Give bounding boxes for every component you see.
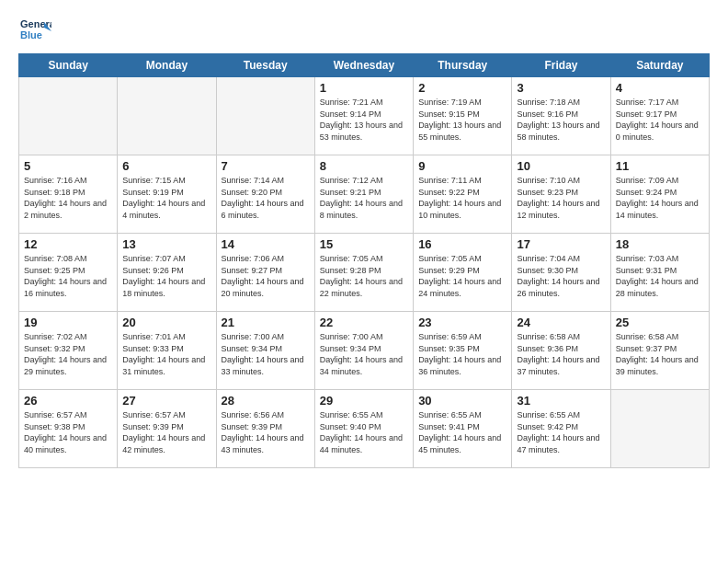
cell-content: Sunrise: 7:00 AMSunset: 9:34 PMDaylight:… (222, 331, 310, 377)
cell-content: Sunrise: 7:21 AMSunset: 9:14 PMDaylight:… (320, 97, 408, 143)
calendar-cell (216, 77, 314, 155)
svg-text:Blue: Blue (20, 29, 42, 40)
calendar-cell: 23Sunrise: 6:59 AMSunset: 9:35 PMDayligh… (414, 312, 512, 390)
cell-content: Sunrise: 7:03 AMSunset: 9:31 PMDaylight:… (616, 253, 704, 299)
weekday-header: Wednesday (314, 54, 413, 77)
cell-content: Sunrise: 7:04 AMSunset: 9:30 PMDaylight:… (517, 253, 605, 299)
cell-content: Sunrise: 7:14 AMSunset: 9:20 PMDaylight:… (222, 175, 310, 221)
day-number: 22 (320, 316, 408, 329)
cell-content: Sunrise: 6:57 AMSunset: 9:39 PMDaylight:… (122, 409, 210, 455)
weekday-header: Saturday (610, 54, 709, 77)
day-number: 5 (24, 159, 112, 173)
day-number: 3 (517, 81, 605, 95)
calendar-cell: 31Sunrise: 6:55 AMSunset: 9:42 PMDayligh… (512, 390, 610, 468)
day-number: 25 (616, 316, 704, 329)
cell-content: Sunrise: 7:05 AMSunset: 9:29 PMDaylight:… (418, 253, 506, 299)
calendar-cell (118, 77, 216, 155)
day-number: 2 (418, 81, 506, 95)
calendar-table: SundayMondayTuesdayWednesdayThursdayFrid… (18, 53, 710, 468)
calendar-cell: 7Sunrise: 7:14 AMSunset: 9:20 PMDaylight… (216, 155, 314, 234)
calendar-cell: 5Sunrise: 7:16 AMSunset: 9:18 PMDaylight… (19, 155, 118, 234)
weekday-header-row: SundayMondayTuesdayWednesdayThursdayFrid… (19, 54, 710, 77)
calendar-cell: 28Sunrise: 6:56 AMSunset: 9:39 PMDayligh… (216, 390, 314, 468)
day-number: 6 (122, 159, 210, 173)
calendar-cell: 24Sunrise: 6:58 AMSunset: 9:36 PMDayligh… (512, 312, 610, 390)
weekday-header: Monday (118, 54, 216, 77)
calendar-cell: 15Sunrise: 7:05 AMSunset: 9:28 PMDayligh… (314, 234, 413, 312)
cell-content: Sunrise: 7:00 AMSunset: 9:34 PMDaylight:… (320, 331, 408, 377)
day-number: 9 (418, 159, 506, 173)
day-number: 13 (122, 237, 210, 251)
calendar-cell: 16Sunrise: 7:05 AMSunset: 9:29 PMDayligh… (414, 234, 512, 312)
cell-content: Sunrise: 7:02 AMSunset: 9:32 PMDaylight:… (24, 331, 112, 377)
calendar-cell: 3Sunrise: 7:18 AMSunset: 9:16 PMDaylight… (512, 77, 610, 155)
calendar-cell: 9Sunrise: 7:11 AMSunset: 9:22 PMDaylight… (414, 155, 512, 234)
calendar-cell (610, 390, 709, 468)
day-number: 10 (517, 159, 605, 173)
day-number: 21 (222, 316, 310, 329)
cell-content: Sunrise: 6:55 AMSunset: 9:41 PMDaylight:… (418, 409, 506, 455)
weekday-header: Sunday (19, 54, 118, 77)
day-number: 14 (222, 237, 310, 251)
cell-content: Sunrise: 7:07 AMSunset: 9:26 PMDaylight:… (122, 253, 210, 299)
day-number: 1 (320, 81, 408, 95)
cell-content: Sunrise: 7:17 AMSunset: 9:17 PMDaylight:… (616, 97, 704, 143)
cell-content: Sunrise: 6:57 AMSunset: 9:38 PMDaylight:… (24, 409, 112, 455)
cell-content: Sunrise: 7:01 AMSunset: 9:33 PMDaylight:… (122, 331, 210, 377)
calendar-week-row: 1Sunrise: 7:21 AMSunset: 9:14 PMDaylight… (19, 77, 710, 155)
cell-content: Sunrise: 6:59 AMSunset: 9:35 PMDaylight:… (418, 331, 506, 377)
calendar-cell: 21Sunrise: 7:00 AMSunset: 9:34 PMDayligh… (216, 312, 314, 390)
cell-content: Sunrise: 6:58 AMSunset: 9:36 PMDaylight:… (517, 331, 605, 377)
day-number: 19 (24, 316, 112, 329)
calendar-cell: 11Sunrise: 7:09 AMSunset: 9:24 PMDayligh… (610, 155, 709, 234)
cell-content: Sunrise: 7:12 AMSunset: 9:21 PMDaylight:… (320, 175, 408, 221)
day-number: 8 (320, 159, 408, 173)
calendar-cell (19, 77, 118, 155)
weekday-header: Tuesday (216, 54, 314, 77)
calendar-cell: 25Sunrise: 6:58 AMSunset: 9:37 PMDayligh… (610, 312, 709, 390)
cell-content: Sunrise: 7:10 AMSunset: 9:23 PMDaylight:… (517, 175, 605, 221)
day-number: 27 (122, 394, 210, 408)
day-number: 28 (222, 394, 310, 408)
weekday-header: Friday (512, 54, 610, 77)
calendar-cell: 6Sunrise: 7:15 AMSunset: 9:19 PMDaylight… (118, 155, 216, 234)
cell-content: Sunrise: 6:58 AMSunset: 9:37 PMDaylight:… (616, 331, 704, 377)
day-number: 24 (517, 316, 605, 329)
cell-content: Sunrise: 7:18 AMSunset: 9:16 PMDaylight:… (517, 97, 605, 143)
calendar-cell: 29Sunrise: 6:55 AMSunset: 9:40 PMDayligh… (314, 390, 413, 468)
cell-content: Sunrise: 6:55 AMSunset: 9:40 PMDaylight:… (320, 409, 408, 455)
day-number: 12 (24, 237, 112, 251)
cell-content: Sunrise: 6:56 AMSunset: 9:39 PMDaylight:… (222, 409, 310, 455)
calendar-cell: 4Sunrise: 7:17 AMSunset: 9:17 PMDaylight… (610, 77, 709, 155)
cell-content: Sunrise: 6:55 AMSunset: 9:42 PMDaylight:… (517, 409, 605, 455)
day-number: 23 (418, 316, 506, 329)
day-number: 18 (616, 237, 704, 251)
cell-content: Sunrise: 7:08 AMSunset: 9:25 PMDaylight:… (24, 253, 112, 299)
calendar-cell: 1Sunrise: 7:21 AMSunset: 9:14 PMDaylight… (314, 77, 413, 155)
calendar-cell: 8Sunrise: 7:12 AMSunset: 9:21 PMDaylight… (314, 155, 413, 234)
day-number: 30 (418, 394, 506, 408)
calendar-cell: 26Sunrise: 6:57 AMSunset: 9:38 PMDayligh… (19, 390, 118, 468)
calendar-cell: 10Sunrise: 7:10 AMSunset: 9:23 PMDayligh… (512, 155, 610, 234)
page-header: General Blue (18, 15, 710, 44)
calendar-cell: 2Sunrise: 7:19 AMSunset: 9:15 PMDaylight… (414, 77, 512, 155)
calendar-cell: 30Sunrise: 6:55 AMSunset: 9:41 PMDayligh… (414, 390, 512, 468)
calendar-week-row: 12Sunrise: 7:08 AMSunset: 9:25 PMDayligh… (19, 234, 710, 312)
day-number: 16 (418, 237, 506, 251)
logo-icon: General Blue (18, 15, 51, 44)
day-number: 17 (517, 237, 605, 251)
calendar-cell: 19Sunrise: 7:02 AMSunset: 9:32 PMDayligh… (19, 312, 118, 390)
calendar-cell: 12Sunrise: 7:08 AMSunset: 9:25 PMDayligh… (19, 234, 118, 312)
day-number: 29 (320, 394, 408, 408)
cell-content: Sunrise: 7:06 AMSunset: 9:27 PMDaylight:… (222, 253, 310, 299)
day-number: 31 (517, 394, 605, 408)
calendar-week-row: 26Sunrise: 6:57 AMSunset: 9:38 PMDayligh… (19, 390, 710, 468)
calendar-cell: 13Sunrise: 7:07 AMSunset: 9:26 PMDayligh… (118, 234, 216, 312)
cell-content: Sunrise: 7:19 AMSunset: 9:15 PMDaylight:… (418, 97, 506, 143)
calendar-cell: 17Sunrise: 7:04 AMSunset: 9:30 PMDayligh… (512, 234, 610, 312)
cell-content: Sunrise: 7:05 AMSunset: 9:28 PMDaylight:… (320, 253, 408, 299)
calendar-cell: 22Sunrise: 7:00 AMSunset: 9:34 PMDayligh… (314, 312, 413, 390)
weekday-header: Thursday (414, 54, 512, 77)
logo: General Blue (18, 15, 51, 44)
day-number: 7 (222, 159, 310, 173)
